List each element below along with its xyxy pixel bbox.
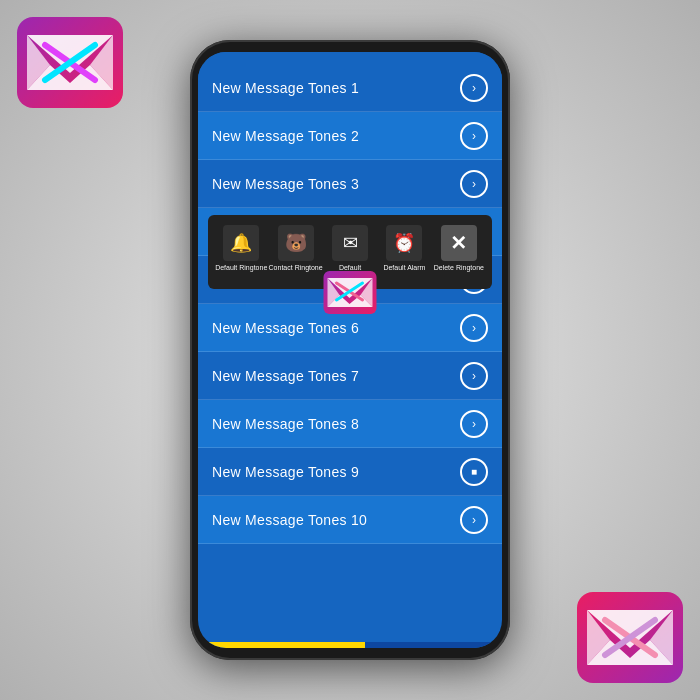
top-left-logo bbox=[15, 15, 125, 110]
delete-ringtone-label: Delete Ringtone bbox=[434, 264, 484, 272]
progress-bar bbox=[198, 642, 365, 648]
default-notification-icon: ✉ bbox=[332, 225, 368, 261]
context-menu-item-contact-ringtone[interactable]: 🐻 Contact Ringtone bbox=[268, 225, 322, 281]
progress-bar-container bbox=[198, 642, 502, 648]
default-alarm-icon: ⏰ bbox=[386, 225, 422, 261]
chevron-button[interactable]: › bbox=[460, 122, 488, 150]
phone-screen: New Message Tones 1 › New Message Tones … bbox=[198, 52, 502, 648]
context-menu-item-default-ringtone[interactable]: 🔔 Default Ringtone bbox=[214, 225, 268, 281]
list-item[interactable]: New Message Tones 9 ■ bbox=[198, 448, 502, 496]
chevron-button[interactable]: › bbox=[460, 362, 488, 390]
stop-button[interactable]: ■ bbox=[460, 458, 488, 486]
tone-label: New Message Tones 2 bbox=[212, 128, 359, 144]
list-item[interactable]: New Message Tones 10 › bbox=[198, 496, 502, 544]
tone-label: New Message Tones 9 bbox=[212, 464, 359, 480]
chevron-button[interactable]: › bbox=[460, 410, 488, 438]
delete-ringtone-icon: ✕ bbox=[441, 225, 477, 261]
context-menu: 🔔 Default Ringtone 🐻 Contact Ringtone ✉ … bbox=[208, 215, 492, 289]
list-item[interactable]: New Message Tones 3 › bbox=[198, 160, 502, 208]
contact-ringtone-label: Contact Ringtone bbox=[269, 264, 323, 272]
chevron-button[interactable]: › bbox=[460, 170, 488, 198]
list-item[interactable]: New Message Tones 1 › bbox=[198, 64, 502, 112]
contact-ringtone-icon: 🐻 bbox=[278, 225, 314, 261]
default-alarm-label: Default Alarm bbox=[383, 264, 425, 272]
chevron-button[interactable]: › bbox=[460, 506, 488, 534]
context-menu-item-default-alarm[interactable]: ⏰ Default Alarm bbox=[377, 225, 431, 281]
list-item[interactable]: New Message Tones 7 › bbox=[198, 352, 502, 400]
tone-label: New Message Tones 3 bbox=[212, 176, 359, 192]
bottom-right-logo bbox=[575, 590, 685, 685]
tone-label: New Message Tones 7 bbox=[212, 368, 359, 384]
tone-label: New Message Tones 10 bbox=[212, 512, 367, 528]
list-item[interactable]: New Message Tones 8 › bbox=[198, 400, 502, 448]
default-ringtone-label: Default Ringtone bbox=[215, 264, 267, 272]
tone-label: New Message Tones 1 bbox=[212, 80, 359, 96]
list-item[interactable]: New Message Tones 2 › bbox=[198, 112, 502, 160]
tone-label: New Message Tones 6 bbox=[212, 320, 359, 336]
context-menu-item-delete-ringtone[interactable]: ✕ Delete Ringtone bbox=[432, 225, 486, 281]
watermark-logo bbox=[323, 270, 378, 315]
default-ringtone-icon: 🔔 bbox=[223, 225, 259, 261]
chevron-button[interactable]: › bbox=[460, 74, 488, 102]
phone-frame: New Message Tones 1 › New Message Tones … bbox=[190, 40, 510, 660]
phone-top-bar bbox=[198, 52, 502, 60]
chevron-button[interactable]: › bbox=[460, 314, 488, 342]
tone-label: New Message Tones 8 bbox=[212, 416, 359, 432]
